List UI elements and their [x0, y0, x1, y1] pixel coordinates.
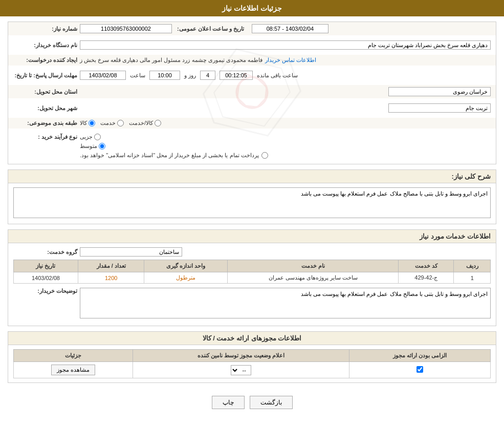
purchase-jozei-radio[interactable] [94, 134, 101, 140]
col-license-required: الزامی بودن ارائه مجوز [349, 350, 490, 362]
licenses-body: الزامی بودن ارائه مجوز اعلام وضعیت مجوز … [8, 345, 496, 382]
category-khedmat-radio[interactable] [117, 120, 124, 126]
category-khedmat-item: خدمت [100, 120, 124, 126]
services-table: ردیف کد خدمت نام خدمت واحد اندازه گیری ت… [13, 260, 491, 284]
deadline-date-input[interactable] [80, 71, 126, 80]
col-license-details: جزئیات [14, 350, 133, 362]
licenses-section: اطلاعات مجوزهای ارائه خدمت / کالا الزامی… [8, 331, 496, 383]
category-label: طبقه بندی موضوعی: [13, 120, 80, 126]
creator-value: فاطمه محمودی تیموری چشمه زرد مسئول امور … [80, 57, 262, 63]
need-desc-textarea[interactable]: اجرای ابرو وسط و تابل بتنی با مصالح ملاک… [13, 187, 491, 218]
need-desc-section: شرح کلی نیاز: اجرای ابرو وسط و تابل بتنی… [8, 169, 496, 224]
purchase-type-label: نوع فرآیند خرید : [13, 134, 80, 140]
services-body: گروه خدمت: ردیف کد خدمت نام خدمت واحد ان… [8, 243, 496, 326]
deadline-row: مهلت ارسال پاسخ: تا تاریخ: ساعت روز و سا… [8, 69, 496, 82]
cell-quantity: 1200 [78, 272, 144, 284]
cell-license-details: مشاهده مجوز [14, 362, 133, 378]
cell-service-name: ساخت سایر پروژه‌های مهندسی عمران [228, 272, 399, 284]
purchase-jozei-label: جزیی [80, 134, 93, 140]
announce-date-input[interactable] [252, 24, 328, 33]
buyer-org-label: نام دستگاه خریدار: [13, 42, 80, 49]
cell-service-code: ج-42-429 [399, 272, 454, 284]
table-row: 1 ج-42-429 ساخت سایر پروژه‌های مهندسی عم… [14, 272, 491, 284]
buyer-desc-label: توضیحات خریدار: [13, 288, 80, 294]
licenses-table-header-row: الزامی بودن ارائه مجوز اعلام وضعیت مجوز … [14, 350, 491, 362]
services-title: اطلاعات خدمات مورد نیاز [420, 232, 491, 240]
city-label: شهر محل تحویل: [13, 105, 80, 112]
services-header: اطلاعات خدمات مورد نیاز [8, 230, 496, 243]
province-row: استان محل تحویل: [8, 85, 496, 98]
services-table-header-row: ردیف کد خدمت نام خدمت واحد اندازه گیری ت… [14, 260, 491, 272]
bottom-buttons: بازگشت چاپ [8, 388, 496, 417]
purchase-type-row: نوع فرآیند خرید : جزیی متوسط پرداخت تمام… [8, 132, 496, 161]
purchase-motawaset-item: متوسط [80, 143, 105, 150]
category-khedmat-label: خدمت [100, 120, 116, 126]
deadline-time-input[interactable] [149, 71, 180, 80]
purchase-tamam-label: پرداخت تمام یا بخشی از مبلغ خریدار از مح… [80, 152, 259, 159]
col-date: تاریخ نیاز [14, 260, 78, 272]
need-number-row: شماره نیاز: تاریخ و ساعت اعلان عمومی: [8, 22, 496, 35]
cell-date: 1403/02/08 [14, 272, 78, 284]
category-kala-label: کالا [80, 120, 87, 126]
licenses-table: الزامی بودن ارائه مجوز اعلام وضعیت مجوز … [13, 349, 491, 378]
licenses-header: اطلاعات مجوزهای ارائه خدمت / کالا [8, 332, 496, 345]
need-number-label: شماره نیاز: [13, 26, 80, 32]
category-kala-khedmat-item: کالا/خدمت [129, 120, 161, 126]
deadline-days-input[interactable] [200, 71, 215, 80]
table-row: -- مشاهده مجوز [14, 362, 491, 378]
deadline-label: مهلت ارسال پاسخ: تا تاریخ: [13, 72, 80, 79]
need-number-input[interactable] [80, 24, 172, 33]
category-kala-radio[interactable] [89, 120, 95, 126]
deadline-time-label: ساعت [130, 72, 145, 79]
city-input[interactable] [388, 103, 491, 113]
page-header: جزئیات اطلاعات نیاز [0, 0, 504, 16]
purchase-tamam-radio[interactable] [261, 152, 268, 159]
province-label: استان محل تحویل: [13, 89, 80, 95]
category-radio-group: کالا خدمت کالا/خدمت [80, 120, 161, 126]
license-status-select[interactable]: -- [231, 365, 251, 375]
creator-row: ایجاد کننده درخواست: فاطمه محمودی تیموری… [8, 55, 496, 66]
contact-link[interactable]: اطلاعات تماس خریدار [265, 57, 316, 63]
need-desc-title: شرح کلی نیاز: [451, 173, 491, 180]
cell-row-num: 1 [454, 272, 491, 284]
deadline-remaining-input[interactable] [220, 71, 253, 80]
services-section: اطلاعات خدمات مورد نیاز گروه خدمت: ردیف … [8, 229, 496, 326]
service-group-input[interactable] [80, 247, 182, 257]
category-kala-khedmat-radio[interactable] [155, 120, 161, 126]
cell-license-status: -- [133, 362, 349, 378]
service-group-label: گروه خدمت: [13, 249, 80, 255]
buyer-desc-row: توضیحات خریدار: اجرای ابرو وسط و تابل بت… [13, 288, 491, 318]
buyer-org-row: نام دستگاه خریدار: [8, 38, 496, 52]
city-row: شهر محل تحویل: [8, 101, 496, 115]
back-button[interactable]: بازگشت [250, 396, 293, 409]
purchase-jozei-item: جزیی [80, 134, 101, 140]
province-input[interactable] [388, 87, 491, 96]
cell-unit: مترطول [144, 272, 228, 284]
col-service-name: نام خدمت [228, 260, 399, 272]
category-kala-item: کالا [80, 120, 95, 126]
page-title: جزئیات اطلاعات نیاز [222, 4, 282, 12]
need-desc-body: اجرای ابرو وسط و تابل بتنی با مصالح ملاک… [8, 183, 496, 224]
purchase-motawaset-radio[interactable] [99, 143, 105, 150]
col-unit: واحد اندازه گیری [144, 260, 228, 272]
creator-label: ایجاد کننده درخواست: [13, 57, 80, 63]
purchase-tamam-item: پرداخت تمام یا بخشی از مبلغ خریدار از مح… [80, 152, 268, 159]
col-quantity: تعداد / مقدار [78, 260, 144, 272]
col-row-num: ردیف [454, 260, 491, 272]
col-license-status: اعلام وضعیت مجوز توسط نامین کننده [133, 350, 349, 362]
buyer-org-input[interactable] [80, 40, 491, 50]
view-license-button[interactable]: مشاهده مجوز [51, 365, 95, 375]
deadline-remaining-label: ساعت باقی مانده [257, 72, 298, 79]
category-kala-khedmat-label: کالا/خدمت [129, 120, 153, 126]
category-row: طبقه بندی موضوعی: کالا خدمت کالا/خدمت [8, 118, 496, 129]
col-service-code: کد خدمت [399, 260, 454, 272]
buyer-desc-textarea[interactable]: اجرای ابرو وسط و تابل بتنی با مصالح ملاک… [80, 288, 491, 318]
service-group-row: گروه خدمت: [13, 247, 491, 257]
general-info-section: شماره نیاز: تاریخ و ساعت اعلان عمومی: نا… [8, 22, 496, 164]
cell-license-required [349, 362, 490, 378]
license-required-checkbox[interactable] [417, 366, 423, 373]
print-button[interactable]: چاپ [212, 396, 245, 409]
announce-date-label: تاریخ و ساعت اعلان عمومی: [177, 26, 247, 32]
purchase-type-radio-group: جزیی متوسط پرداخت تمام یا بخشی از مبلغ خ… [80, 134, 268, 159]
deadline-days-label: روز و [184, 72, 196, 79]
